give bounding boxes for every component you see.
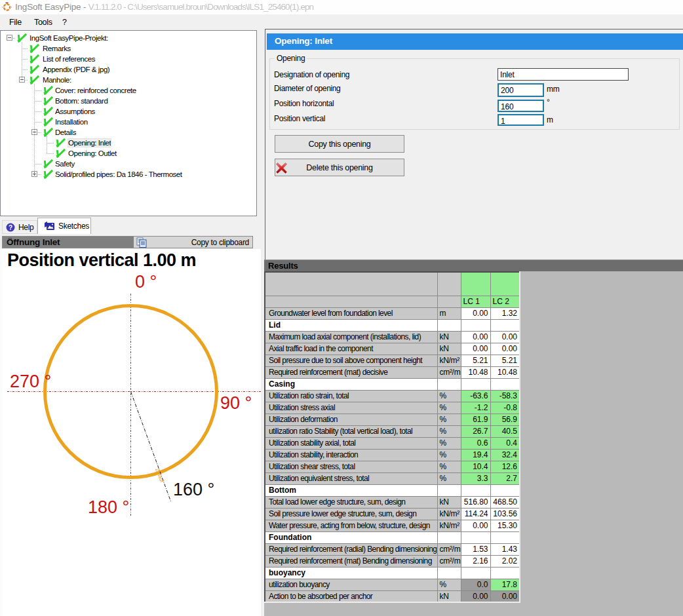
svg-text:?: ? <box>9 224 12 231</box>
